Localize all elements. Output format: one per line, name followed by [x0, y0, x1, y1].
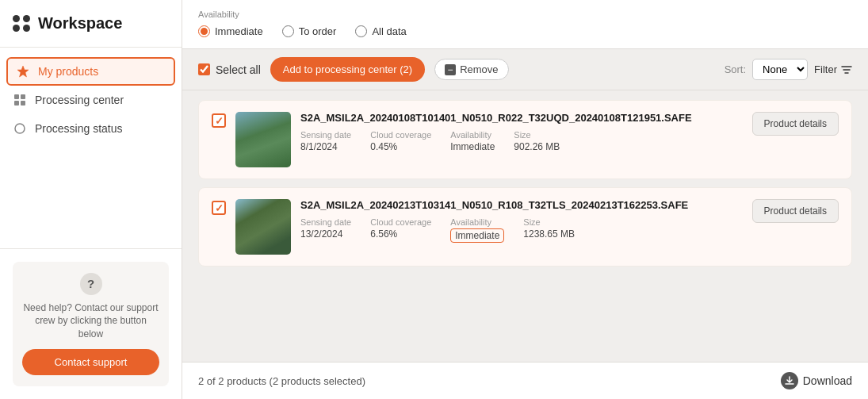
sidebar-item-my-products-label: My products	[38, 65, 98, 78]
product-2-details-button[interactable]: Product details	[752, 199, 839, 223]
radio-immediate-label: Immediate	[215, 25, 263, 37]
product-2-info: S2A_MSIL2A_20240213T103141_N0510_R108_T3…	[300, 199, 743, 243]
svg-point-5	[15, 124, 25, 133]
products-count: 2 of 2 products (2 products selected)	[198, 375, 365, 387]
sidebar-logo: Workspace	[0, 0, 182, 48]
sidebar-item-processing-status-label: Processing status	[35, 122, 123, 135]
svg-rect-4	[21, 101, 25, 106]
sort-label: Sort:	[725, 63, 746, 75]
radio-all-data-label: All data	[372, 25, 406, 37]
product-2-checkbox[interactable]	[212, 201, 226, 215]
download-icon	[781, 372, 798, 389]
add-to-processing-button[interactable]: Add to processing center (2)	[270, 57, 425, 82]
select-all-label: Select all	[216, 63, 261, 76]
product-2-meta: Sensing date 13/2/2024 Cloud coverage 6.…	[300, 217, 743, 243]
radio-immediate[interactable]: Immediate	[198, 25, 263, 37]
product-1-details-button[interactable]: Product details	[752, 112, 839, 136]
product-1-name: S2A_MSIL2A_20240108T101401_N0510_R022_T3…	[300, 112, 743, 124]
toolbar: Select all Add to processing center (2) …	[182, 49, 868, 90]
radio-to-order-label: To order	[299, 25, 337, 37]
sort-select[interactable]: None	[752, 59, 808, 80]
toolbar-right: Sort: None Filter	[725, 59, 852, 80]
filter-label: Filter	[814, 63, 837, 75]
svg-rect-1	[14, 94, 19, 99]
availability-bar: Availability Immediate To order All data	[182, 0, 868, 49]
product-2-sensing-date: Sensing date 13/2/2024	[300, 217, 351, 243]
select-all-wrap: Select all	[198, 63, 261, 76]
product-2-name: S2A_MSIL2A_20240213T103141_N0510_R108_T3…	[300, 199, 743, 211]
radio-all-data[interactable]: All data	[355, 25, 406, 37]
product-1-meta: Sensing date 8/1/2024 Cloud coverage 0.4…	[300, 130, 743, 152]
remove-button[interactable]: Remove	[434, 59, 508, 80]
product-1-actions: Product details	[752, 112, 839, 136]
product-2-availability: Availability Immediate	[450, 217, 504, 243]
availability-label: Availability	[198, 10, 852, 19]
product-list: S2A_MSIL2A_20240108T101401_N0510_R022_T3…	[182, 90, 868, 362]
sidebar: Workspace My products Processing center	[0, 0, 182, 399]
help-icon: ?	[80, 273, 102, 295]
product-1-sensing-date: Sensing date 8/1/2024	[300, 130, 351, 152]
radio-to-order[interactable]: To order	[282, 25, 337, 37]
product-2-availability-badge: Immediate	[450, 228, 504, 243]
product-1-checkbox[interactable]	[212, 113, 226, 128]
product-1-cloud: Cloud coverage 0.45%	[370, 130, 431, 152]
bottom-bar: 2 of 2 products (2 products selected) Do…	[182, 362, 868, 399]
star-icon	[16, 64, 30, 79]
sidebar-nav: My products Processing center Processing…	[0, 48, 182, 248]
grid-icon	[13, 93, 27, 107]
sidebar-item-processing-status[interactable]: Processing status	[0, 114, 182, 143]
filter-button[interactable]: Filter	[814, 63, 852, 75]
product-1-thumbnail	[235, 112, 291, 167]
remove-label: Remove	[460, 63, 498, 75]
sidebar-item-my-products[interactable]: My products	[6, 57, 175, 86]
filter-icon	[841, 64, 852, 75]
svg-marker-0	[17, 66, 29, 77]
product-card-1: S2A_MSIL2A_20240108T101401_N0510_R022_T3…	[198, 100, 852, 179]
remove-icon	[445, 64, 456, 75]
support-section: ? Need help? Contact our support crew by…	[0, 248, 182, 399]
product-card-2: S2A_MSIL2A_20240213T103141_N0510_R108_T3…	[198, 187, 852, 267]
download-button[interactable]: Download	[781, 372, 852, 389]
product-2-actions: Product details	[752, 199, 839, 223]
availability-radio-group: Immediate To order All data	[198, 25, 852, 37]
product-1-info: S2A_MSIL2A_20240108T101401_N0510_R022_T3…	[300, 112, 743, 152]
support-text: Need help? Contact our support crew by c…	[22, 301, 159, 341]
contact-support-button[interactable]: Contact support	[22, 349, 159, 375]
app-title: Workspace	[38, 14, 122, 33]
circle-icon	[13, 121, 27, 136]
logo-icon	[13, 15, 30, 33]
download-label: Download	[803, 374, 852, 387]
product-2-thumbnail	[235, 199, 291, 255]
select-all-checkbox[interactable]	[198, 63, 210, 75]
main-content: Availability Immediate To order All data…	[182, 0, 868, 399]
product-1-size: Size 902.26 MB	[514, 130, 560, 152]
product-2-cloud: Cloud coverage 6.56%	[370, 217, 431, 243]
product-2-size: Size 1238.65 MB	[523, 217, 575, 243]
product-1-availability: Availability Immediate	[450, 130, 495, 152]
svg-rect-3	[14, 101, 19, 106]
sidebar-item-processing-center[interactable]: Processing center	[0, 86, 182, 114]
svg-rect-2	[21, 94, 25, 99]
support-box: ? Need help? Contact our support crew by…	[13, 262, 169, 386]
sidebar-item-processing-center-label: Processing center	[35, 94, 124, 106]
